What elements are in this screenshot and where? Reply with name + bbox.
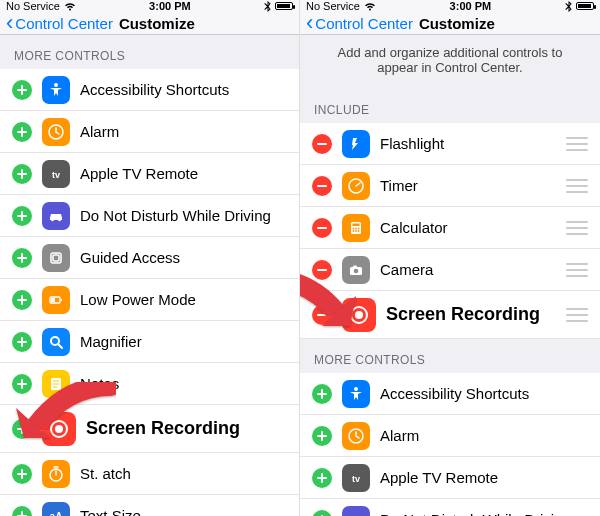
control-label: Do Not Disturb While Driving xyxy=(380,511,588,516)
reorder-handle[interactable] xyxy=(566,263,588,277)
reorder-handle[interactable] xyxy=(566,137,588,151)
control-row-lowpower[interactable]: Low Power Mode xyxy=(0,279,299,321)
control-row-notes[interactable]: Notes xyxy=(0,363,299,405)
svg-point-29 xyxy=(355,311,363,319)
stopwatch-icon xyxy=(42,460,70,488)
add-button[interactable] xyxy=(12,332,32,352)
add-button[interactable] xyxy=(12,419,32,439)
control-row-alarm[interactable]: Alarm xyxy=(0,111,299,153)
add-button[interactable] xyxy=(12,164,32,184)
add-button[interactable] xyxy=(12,506,32,517)
control-row-guided[interactable]: Guided Access xyxy=(0,237,299,279)
back-button[interactable]: ‹ Control Center xyxy=(306,12,413,34)
control-label: Accessibility Shortcuts xyxy=(80,81,287,98)
reorder-handle[interactable] xyxy=(566,308,588,322)
control-label: Low Power Mode xyxy=(80,291,287,308)
battery-icon xyxy=(576,2,594,10)
control-row-screenrec[interactable]: Screen Recording xyxy=(300,291,600,339)
alarm-icon xyxy=(42,118,70,146)
remove-button[interactable] xyxy=(312,218,332,238)
page-title: Customize xyxy=(419,15,495,32)
page-title: Customize xyxy=(119,15,195,32)
control-row-screenrec[interactable]: Screen Recording xyxy=(0,405,299,453)
control-label: Guided Access xyxy=(80,249,287,266)
chevron-left-icon: ‹ xyxy=(306,12,313,34)
svg-point-19 xyxy=(353,227,355,229)
appletv-icon: tv xyxy=(342,464,370,492)
control-label: Timer xyxy=(380,177,556,194)
back-button[interactable]: ‹ Control Center xyxy=(6,12,113,34)
svg-rect-27 xyxy=(353,265,357,267)
section-include: Include xyxy=(300,89,600,123)
add-button[interactable] xyxy=(312,384,332,404)
svg-point-30 xyxy=(354,387,358,391)
remove-button[interactable] xyxy=(312,305,332,325)
control-label: Accessibility Shortcuts xyxy=(380,385,588,402)
control-row-accessibility[interactable]: Accessibility Shortcuts xyxy=(300,373,600,415)
more-controls-list: Accessibility ShortcutsAlarmtvApple TV R… xyxy=(300,373,600,516)
include-list: FlashlightTimerCalculatorCameraScreen Re… xyxy=(300,123,600,339)
add-button[interactable] xyxy=(12,248,32,268)
control-label: Screen Recording xyxy=(86,418,287,439)
control-row-appletv[interactable]: tvApple TV Remote xyxy=(0,153,299,195)
svg-text:aA: aA xyxy=(50,511,63,517)
add-button[interactable] xyxy=(312,468,332,488)
section-more-controls: More Controls xyxy=(300,339,600,373)
svg-rect-6 xyxy=(53,255,59,261)
lowpower-icon xyxy=(42,286,70,314)
control-label: Alarm xyxy=(380,427,588,444)
control-row-dnd[interactable]: Do Not Disturb While Driving xyxy=(0,195,299,237)
right-screenshot: No Service 3:00 PM ‹ Control Center Cust… xyxy=(300,0,600,516)
control-row-accessibility[interactable]: Accessibility Shortcuts xyxy=(0,69,299,111)
control-row-stopwatch[interactable]: St. atch xyxy=(0,453,299,495)
remove-button[interactable] xyxy=(312,176,332,196)
reorder-handle[interactable] xyxy=(566,179,588,193)
wifi-icon xyxy=(64,2,76,11)
bluetooth-icon xyxy=(264,1,271,12)
control-row-camera[interactable]: Camera xyxy=(300,249,600,291)
svg-point-4 xyxy=(58,218,61,221)
add-button[interactable] xyxy=(312,510,332,517)
reorder-handle[interactable] xyxy=(566,221,588,235)
add-button[interactable] xyxy=(12,206,32,226)
svg-point-3 xyxy=(51,218,54,221)
svg-point-13 xyxy=(55,425,63,433)
control-row-calculator[interactable]: Calculator xyxy=(300,207,600,249)
status-bar: No Service 3:00 PM xyxy=(0,0,299,12)
control-row-timer[interactable]: Timer xyxy=(300,165,600,207)
remove-button[interactable] xyxy=(312,260,332,280)
add-button[interactable] xyxy=(12,290,32,310)
chevron-left-icon: ‹ xyxy=(6,12,13,34)
timer-icon xyxy=(342,172,370,200)
camera-icon xyxy=(342,256,370,284)
svg-rect-18 xyxy=(353,223,360,226)
svg-point-21 xyxy=(358,227,360,229)
control-row-magnifier[interactable]: Magnifier xyxy=(0,321,299,363)
calculator-icon xyxy=(342,214,370,242)
control-row-dnd[interactable]: Do Not Disturb While Driving xyxy=(300,499,600,516)
control-row-appletv[interactable]: tvApple TV Remote xyxy=(300,457,600,499)
clock: 3:00 PM xyxy=(149,0,191,12)
more-controls-list: Accessibility ShortcutsAlarmtvApple TV R… xyxy=(0,69,299,516)
svg-text:tv: tv xyxy=(352,474,360,484)
add-button[interactable] xyxy=(12,80,32,100)
control-row-alarm[interactable]: Alarm xyxy=(300,415,600,457)
textsize-icon: aA xyxy=(42,502,70,517)
accessibility-icon xyxy=(42,76,70,104)
carrier-text: No Service xyxy=(6,0,60,12)
add-button[interactable] xyxy=(12,374,32,394)
remove-button[interactable] xyxy=(312,134,332,154)
carrier-text: No Service xyxy=(306,0,360,12)
svg-point-24 xyxy=(358,230,360,232)
nav-bar: ‹ Control Center Customize xyxy=(300,12,600,35)
dnd-icon xyxy=(42,202,70,230)
add-button[interactable] xyxy=(12,122,32,142)
control-label: Apple TV Remote xyxy=(380,469,588,486)
add-button[interactable] xyxy=(312,426,332,446)
control-row-textsize[interactable]: aAText Size xyxy=(0,495,299,516)
svg-point-0 xyxy=(54,83,58,87)
dnd-icon xyxy=(342,506,370,517)
wifi-icon xyxy=(364,2,376,11)
control-row-flashlight[interactable]: Flashlight xyxy=(300,123,600,165)
add-button[interactable] xyxy=(12,464,32,484)
